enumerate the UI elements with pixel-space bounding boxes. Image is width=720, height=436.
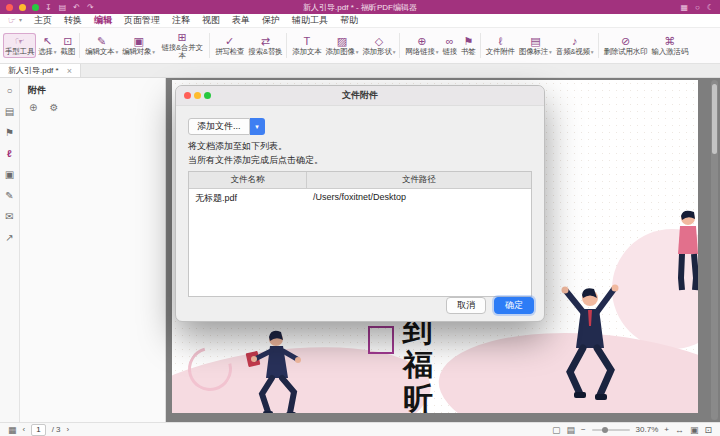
previous-page-icon[interactable]: ‹ <box>23 425 26 434</box>
titlebar: ↧▤↶↷ 新人引导.pdf * - 福昕PDF编辑器 ▦○☾ <box>0 0 720 14</box>
column-header-file-name[interactable]: 文件名称 <box>189 172 307 188</box>
toolbar-tool[interactable]: ℓ 文件附件 ▾ <box>480 33 517 58</box>
menu-item[interactable]: ☞▾ <box>8 14 22 27</box>
file-path-cell: /Users/foxitnet/Desktop <box>307 189 531 208</box>
menu-item[interactable]: 转换▾ <box>64 14 82 27</box>
panel-bookmarks-icon[interactable]: ⚑ <box>5 127 14 138</box>
panel-share-icon[interactable]: ↗ <box>5 232 13 243</box>
outline-square-decoration <box>368 326 394 354</box>
toolbar-tool[interactable]: ⊡ 截图 ▾ <box>59 33 78 58</box>
view-continuous-icon[interactable]: ▤ <box>566 425 575 435</box>
toolbar-tool[interactable]: ⇄ 搜索&替换 ▾ <box>246 33 284 58</box>
edit-text-icon: ✎ <box>97 35 106 47</box>
confirm-button[interactable]: 确定 <box>494 297 534 314</box>
dialog-buttons: 取消 确定 <box>446 297 534 314</box>
vertical-scrollbar[interactable] <box>711 80 718 420</box>
toolbar-tool-label: 添加文本 <box>292 48 321 56</box>
document-tabbar: 新人引导.pdf * × <box>0 64 720 78</box>
table-row[interactable]: 无标题.pdf /Users/foxitnet/Desktop <box>189 189 531 208</box>
toolbar-tool[interactable]: ⚑ 书签 ▾ <box>459 33 478 58</box>
link-join-icon: ⊞ <box>178 31 187 43</box>
toolbar-tool-label: 图像标注 <box>519 48 548 56</box>
fullscreen-icon[interactable]: ⊡ <box>704 425 712 435</box>
maximize-window-button[interactable] <box>32 4 39 11</box>
dialog-close-button[interactable] <box>184 92 191 99</box>
panel-comments-icon[interactable]: ✉ <box>5 211 13 222</box>
zoom-in-button[interactable]: + <box>664 425 669 434</box>
zoom-slider[interactable] <box>592 429 630 431</box>
toolbar-tool[interactable]: ⊞ 链接&合并文本 ▾ <box>157 29 207 63</box>
panel-attachments-icon[interactable]: ℓ <box>7 148 12 159</box>
panel-signature-icon[interactable]: ✎ <box>5 190 13 201</box>
toolbar-tool[interactable]: ✎ 编辑文本 ▾ <box>79 33 120 58</box>
menu-item[interactable]: 注释▾ <box>172 14 190 27</box>
apps-icon[interactable]: ▦ <box>680 3 688 12</box>
toolbar-tool[interactable]: ♪ 音频&视频 ▾ <box>554 33 596 58</box>
toolbar-tool[interactable]: ⊕ 网络链接 ▾ <box>399 33 440 58</box>
zoom-value[interactable]: 30.7% <box>636 425 659 434</box>
page-text-char: 昕 <box>400 382 436 413</box>
search-icon[interactable]: ○ <box>695 3 700 12</box>
view-single-icon[interactable]: ▢ <box>552 425 561 435</box>
close-window-button[interactable] <box>6 4 13 11</box>
zoom-slider-knob[interactable] <box>602 427 608 433</box>
panel-thumbnails-icon[interactable]: ▤ <box>5 106 14 117</box>
chevron-down-icon: ▾ <box>152 49 155 55</box>
page-thumbnails-icon[interactable]: ▦ <box>8 425 17 435</box>
fit-page-icon[interactable]: ▣ <box>690 425 699 435</box>
menu-item[interactable]: 辅助工具▾ <box>292 14 328 27</box>
toolbar-tool-label: 编辑对象 <box>122 48 151 56</box>
dialog-maximize-button[interactable] <box>204 92 211 99</box>
minimize-window-button[interactable] <box>19 4 26 11</box>
toolbar-tool[interactable]: ⊘ 删除试用水印 ▾ <box>598 33 650 58</box>
menu-item[interactable]: 帮助▾ <box>340 14 358 27</box>
toolbar-tool-label: 网络链接 <box>405 48 434 56</box>
panel-layers-icon[interactable]: ▣ <box>5 169 14 180</box>
scrollbar-thumb[interactable] <box>712 84 717 154</box>
toolbar-tool[interactable]: ▨ 添加图像 ▾ <box>324 33 361 58</box>
page-number-input[interactable]: 1 <box>31 424 45 436</box>
add-file-dropdown-icon[interactable]: ▾ <box>250 118 265 135</box>
fit-width-icon[interactable]: ↔ <box>675 425 684 435</box>
toolbar-tool[interactable]: ↖ 选择 ▾ <box>36 33 58 58</box>
add-file-button[interactable]: 添加文件... <box>188 118 250 135</box>
tab-close-icon[interactable]: × <box>67 67 72 75</box>
cancel-button[interactable]: 取消 <box>446 297 486 314</box>
statusbar: ▦ ‹ 1 / 3 › ▢ ▤ − 30.7% + ↔ ▣ ⊡ <box>0 422 720 436</box>
print-icon[interactable]: ▤ <box>59 3 67 12</box>
undo-icon[interactable]: ↶ <box>73 3 80 12</box>
menu-item[interactable]: 编辑▾ <box>94 14 112 27</box>
redo-icon[interactable]: ↷ <box>87 3 94 12</box>
toolbar-tool[interactable]: ✓ 拼写检查 ▾ <box>209 33 246 58</box>
toolbar-tool[interactable]: ☞ 手型工具 ▾ <box>3 33 36 58</box>
save-icon[interactable]: ↧ <box>45 3 52 12</box>
toolbar-tool[interactable]: ∞ 链接 ▾ <box>440 33 459 58</box>
panel-search-icon[interactable]: ○ <box>6 85 12 96</box>
chevron-down-icon: ▾ <box>393 49 396 55</box>
toolbar-tool[interactable]: T 添加文本 ▾ <box>286 33 323 58</box>
toolbar-tool[interactable]: ▤ 图像标注 ▾ <box>517 33 554 58</box>
statusbar-right: ▢ ▤ − 30.7% + ↔ ▣ ⊡ <box>552 425 712 435</box>
navigation-strip: ○▤⚑ℓ▣✎✉↗ <box>0 78 20 422</box>
theme-icon[interactable]: ☾ <box>707 3 714 12</box>
av-icon: ♪ <box>572 35 578 47</box>
attachment-settings-icon[interactable]: ⚙ <box>49 102 58 113</box>
attachment-add-icon[interactable]: ⊕ <box>29 102 37 113</box>
menu-item[interactable]: 视图▾ <box>202 14 220 27</box>
toolbar-tool[interactable]: ◇ 添加形状 ▾ <box>361 33 398 58</box>
toolbar-tool[interactable]: ▣ 编辑对象 ▾ <box>120 33 157 58</box>
menu-item[interactable]: 主页▾ <box>34 14 52 27</box>
menu-item[interactable]: 页面管理▾ <box>124 14 160 27</box>
attachment-table: 文件名称 文件路径 无标题.pdf /Users/foxitnet/Deskto… <box>188 171 532 297</box>
toolbar-tool[interactable]: ⌘ 输入激活码 ▾ <box>649 33 690 58</box>
menu-item[interactable]: 表单▾ <box>232 14 250 27</box>
dialog-hint-1: 将文档添加至如下列表。 <box>188 141 532 153</box>
dialog-minimize-button[interactable] <box>194 92 201 99</box>
menu-item[interactable]: 保护▾ <box>262 14 280 27</box>
add-shape-icon: ◇ <box>375 35 383 47</box>
zoom-out-button[interactable]: − <box>581 425 586 434</box>
next-page-icon[interactable]: › <box>67 425 70 434</box>
document-tab[interactable]: 新人引导.pdf * × <box>0 64 81 77</box>
column-header-file-path[interactable]: 文件路径 <box>307 172 531 188</box>
menu-items: ☞▾ 主页▾ 转换▾ 编辑▾ 页面管理▾ 注释▾ 视图▾ 表单▾ 保护▾ <box>8 14 358 27</box>
